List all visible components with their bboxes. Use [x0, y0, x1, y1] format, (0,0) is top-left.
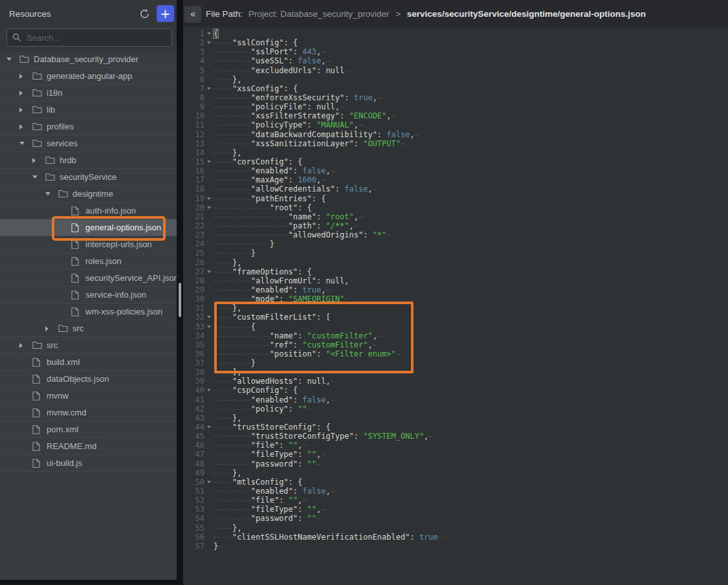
fold-toggle-icon[interactable] — [204, 29, 213, 38]
search-input[interactable] — [27, 33, 166, 43]
code-line[interactable]: } — [214, 239, 443, 248]
tree-vertical-scrollbar[interactable] — [177, 0, 183, 585]
code-line[interactable]: "enabled": false,– — [214, 395, 443, 404]
fold-toggle-icon[interactable] — [204, 194, 213, 203]
code-line[interactable]: "password": ""– — [214, 459, 443, 469]
code-line[interactable]: } — [214, 359, 443, 368]
code-line[interactable]: "root": { — [214, 203, 443, 212]
code-line[interactable]: }– — [214, 542, 443, 551]
tree-item-securityService[interactable]: securityService — [0, 169, 177, 186]
chevron-right-icon[interactable] — [32, 158, 45, 163]
tree-item-profiles[interactable]: profiles — [0, 118, 177, 135]
chevron-right-icon[interactable] — [45, 326, 58, 331]
code-line[interactable]: "cspConfig": { — [214, 386, 443, 395]
code-line[interactable]: ],– — [214, 368, 443, 377]
tree-item-hrdb[interactable]: hrdb — [0, 152, 177, 169]
tree-item-Database_security_provider[interactable]: Database_security_provider — [0, 51, 177, 68]
tree-item-i18n[interactable]: i18n — [0, 85, 177, 102]
code-line[interactable]: "enabled": false,– — [214, 487, 443, 496]
tree-item-pom.xml[interactable]: pom.xml — [0, 421, 177, 438]
code-line[interactable]: "file": "",– — [214, 441, 443, 450]
code-line[interactable]: }, — [214, 75, 443, 84]
code-line[interactable]: } — [214, 248, 443, 258]
code-line[interactable]: "enabled": true,– — [214, 285, 443, 294]
add-resource-button[interactable]: + — [157, 5, 174, 22]
chevron-right-icon[interactable] — [19, 343, 32, 348]
code-line[interactable]: "name": "root",– — [214, 212, 443, 221]
scrollbar-thumb[interactable] — [179, 283, 181, 317]
refresh-button[interactable] — [137, 6, 152, 21]
code-line[interactable]: "position": "<Filter enum>"– — [214, 349, 443, 359]
code-line[interactable]: "trustStoreConfig": { — [214, 423, 443, 432]
fold-toggle-icon[interactable] — [204, 478, 213, 487]
tree-item-src[interactable]: src — [0, 337, 177, 354]
code-line[interactable]: "allowFromUrl": null,– — [214, 276, 443, 285]
code-line[interactable]: }, — [214, 258, 443, 267]
code-line[interactable]: "allowedHosts": null,– — [214, 377, 443, 386]
code-line[interactable]: "policyFile": null,– — [214, 102, 443, 111]
code-line[interactable]: { — [214, 29, 443, 38]
code-line[interactable]: "path": "/**",– — [214, 221, 443, 230]
fold-toggle-icon[interactable] — [204, 313, 213, 322]
code-line[interactable]: "corsConfig": { — [214, 157, 443, 166]
code-line[interactable]: "ref": "customFilter",– — [214, 340, 443, 349]
code-line[interactable]: "name": "customFilter",– — [214, 331, 443, 340]
fold-toggle-icon[interactable] — [204, 38, 213, 47]
chevron-down-icon[interactable] — [32, 175, 45, 179]
code-line[interactable]: "trustStoreConfigType": "SYSTEM_ONLY",– — [214, 432, 443, 441]
tree-item-roles.json[interactable]: roles.json — [0, 253, 177, 270]
code-line[interactable]: }, — [214, 304, 443, 313]
fold-toggle-icon[interactable] — [204, 267, 213, 276]
chevron-down-icon[interactable] — [45, 192, 58, 195]
tree-item-mvnw.cmd[interactable]: mvnw.cmd — [0, 404, 177, 421]
code-line[interactable]: }, — [214, 148, 443, 157]
code-line[interactable]: }, — [214, 414, 443, 423]
chevron-right-icon[interactable] — [19, 107, 32, 113]
code-line[interactable]: "xssConfig": { — [214, 84, 443, 93]
tree-item-build.xml[interactable]: build.xml — [0, 354, 177, 371]
collapse-panel-button[interactable]: « — [184, 6, 201, 23]
code-line[interactable]: "file": "",– — [214, 496, 443, 505]
code-line[interactable]: "excludedUrls": null– — [214, 66, 443, 75]
tree-item-wm-xss-policies.json[interactable]: wm-xss-policies.json — [0, 304, 177, 320]
code-line[interactable]: "mtlsConfig": { — [214, 478, 443, 487]
chevron-right-icon[interactable] — [19, 124, 32, 129]
chevron-right-icon[interactable] — [19, 91, 32, 96]
search-box[interactable] — [6, 28, 172, 47]
fold-toggle-icon[interactable] — [204, 322, 213, 331]
code-line[interactable]: "mode": "SAMEORIGIN"– — [214, 294, 443, 304]
chevron-down-icon[interactable] — [19, 142, 32, 145]
code-line[interactable]: "pathEntries": { — [214, 194, 443, 203]
tree-item-services[interactable]: services — [0, 135, 177, 152]
chevron-down-icon[interactable] — [6, 58, 19, 61]
tree-item-designtime[interactable]: designtime — [0, 186, 177, 203]
tree-item-mvnw[interactable]: mvnw — [0, 388, 177, 404]
code-line[interactable]: "frameOptions": { — [214, 267, 443, 276]
tree-item-ui-build.js[interactable]: ui-build.js — [0, 455, 177, 472]
code-line[interactable]: "customFilterList": [ — [214, 313, 443, 322]
code-line[interactable]: "sslPort": 443,– — [214, 47, 443, 56]
fold-toggle-icon[interactable] — [204, 84, 213, 93]
tree-item-securityService_API.json[interactable]: securityService_API.json — [0, 270, 177, 287]
code-line[interactable]: "dataBackwardCompatibility": false,– — [214, 130, 443, 139]
fold-toggle-icon[interactable] — [204, 423, 213, 432]
code-line[interactable]: "xssFilterStrategy": "ENCODE",– — [214, 111, 443, 120]
chevron-right-icon[interactable] — [19, 74, 32, 79]
tree-item-intercept-urls.json[interactable]: intercept-urls.json — [0, 236, 177, 253]
code-line[interactable]: "policyType": "MANUAL",– — [214, 120, 443, 129]
tree-item-README.md[interactable]: README.md — [0, 438, 177, 455]
code-line[interactable]: "allowCredentials": false,– — [214, 184, 443, 193]
code-line[interactable]: "fileType": "",– — [214, 505, 443, 514]
code-line[interactable]: { — [214, 322, 443, 331]
tree-item-lib[interactable]: lib — [0, 102, 177, 118]
tree-item-dataObjects.json[interactable]: dataObjects.json — [0, 371, 177, 388]
tree-item-service-info.json[interactable]: service-info.json — [0, 287, 177, 304]
code-line[interactable]: "useSSL": false,– — [214, 56, 443, 65]
tree-item-src[interactable]: src — [0, 320, 177, 337]
fold-toggle-icon[interactable] — [204, 203, 213, 212]
code-line[interactable]: "allowedOrigins": "*"– — [214, 230, 443, 239]
tree-item-generated-angular-app[interactable]: generated-angular-app — [0, 68, 177, 85]
code-line[interactable]: "xssSanitizationLayer": "OUTPUT"– — [214, 139, 443, 148]
code-line[interactable]: "sslConfig": { — [214, 38, 443, 47]
fold-toggle-icon[interactable] — [204, 157, 213, 166]
